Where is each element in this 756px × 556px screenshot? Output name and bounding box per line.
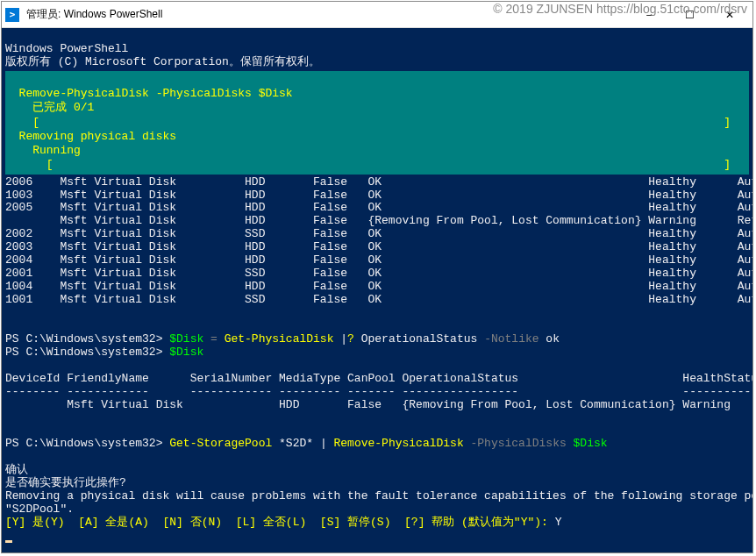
variable: $Disk xyxy=(169,332,203,346)
cmdlet: Get-PhysicalDisk xyxy=(225,332,341,346)
prompt-prefix: PS C:\Windows\system32> xyxy=(5,437,169,450)
arg: *S2D* xyxy=(279,437,320,450)
confirm-answer: Y xyxy=(555,516,562,529)
confirm-pool: "S2DPool". xyxy=(5,503,74,516)
watermark-text: © 2019 ZJUNSEN https://blog.51cto.com/rd… xyxy=(493,2,747,16)
progress-task: Removing physical disks xyxy=(5,130,176,143)
variable: $Disk xyxy=(169,346,203,359)
table-underline: -------- ------------ ------------ -----… xyxy=(5,385,752,398)
progress-bar2-open: [ xyxy=(5,158,53,171)
progress-cmd: Remove-PhysicalDisk -PhysicalDisks $Disk xyxy=(5,87,293,100)
flag: -PhysicalDisks xyxy=(471,437,574,450)
progress-status: 已完成 0/1 xyxy=(5,101,94,114)
cmdlet: Remove-PhysicalDisk xyxy=(333,437,470,450)
header-line2: 版权所有 (C) Microsoft Corporation。保留所有权利。 xyxy=(5,55,320,68)
progress-bar1-open: [ xyxy=(5,116,39,129)
cmdlet: Get-StoragePool xyxy=(169,437,279,450)
powershell-icon xyxy=(5,8,19,22)
progress-bar2-close: ] xyxy=(724,158,731,171)
confirm-question: 是否确实要执行此操作? xyxy=(5,476,126,489)
pipe: | xyxy=(320,437,334,450)
where: ? xyxy=(347,332,361,346)
progress-panel: Remove-PhysicalDisk -PhysicalDisks $Disk… xyxy=(5,71,749,175)
terminal-output[interactable]: Windows PowerShell 版权所有 (C) Microsoft Co… xyxy=(2,28,752,552)
equals: = xyxy=(203,332,224,346)
pipe: | xyxy=(340,332,347,346)
table-header: DeviceId FriendlyName SerialNumber Media… xyxy=(5,372,752,385)
confirm-title: 确认 xyxy=(5,463,28,476)
progress-bar1-close: ] xyxy=(724,116,731,129)
confirm-options: [Y] 是(Y) [A] 全是(A) [N] 否(N) [L] 全否(L) [S… xyxy=(5,516,555,529)
prompt-prefix: PS C:\Windows\system32> xyxy=(5,346,169,359)
table-row: Msft Virtual Disk HDD False {Removing Fr… xyxy=(5,398,752,411)
confirm-warning: Removing a physical disk will cause prob… xyxy=(5,489,752,503)
progress-running: Running xyxy=(5,144,81,157)
flag: -Notlike xyxy=(484,332,546,346)
powershell-window: 管理员: Windows PowerShell ─ ☐ ✕ Windows Po… xyxy=(1,1,753,553)
cursor xyxy=(5,540,12,543)
value: ok xyxy=(546,332,560,346)
disk-table: 2006 Msft Virtual Disk HDD False OK Heal… xyxy=(5,175,752,306)
property: OperationalStatus xyxy=(361,332,484,346)
header-line1: Windows PowerShell xyxy=(5,42,128,55)
variable: $Disk xyxy=(574,437,608,450)
prompt-prefix: PS C:\Windows\system32> xyxy=(5,332,169,346)
